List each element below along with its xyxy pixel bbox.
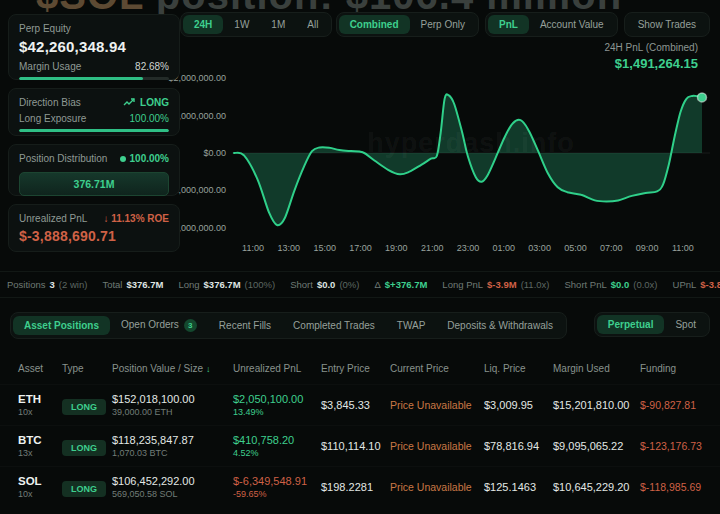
long-badge: LONG — [62, 440, 106, 456]
long-badge: LONG — [62, 399, 106, 415]
view-toggle-perp-only[interactable]: Perp Only — [410, 15, 476, 34]
section-tabs: Asset PositionsOpen Orders3Recent FillsC… — [10, 312, 567, 339]
liq-price-cell: $3,009.95 — [484, 399, 553, 411]
asset-cell: SOL10x — [18, 475, 62, 499]
roe-value: ↓ 11.13% ROE — [103, 213, 169, 224]
positions-summary-bar: Positions3(2 win)Total$376.7MLong$376.7M… — [0, 271, 720, 298]
timeframe-all[interactable]: All — [296, 15, 329, 34]
column-header-margin-used[interactable]: Margin Used — [553, 363, 640, 374]
distribution-bar-value: 376.71M — [74, 178, 115, 190]
summary-stat-total: Total$376.7M — [102, 279, 163, 290]
tab-deposits-withdrawals[interactable]: Deposits & Withdrawals — [436, 316, 564, 335]
timeframe-24h[interactable]: 24H — [183, 15, 223, 34]
tab-completed-trades[interactable]: Completed Trades — [282, 316, 386, 335]
summary-stat-short: Short$0.0(0%) — [290, 279, 359, 290]
x-tick-label: 07:00 — [600, 243, 623, 253]
unrealized-pnl-cell: $2,050,100.0013.49% — [233, 393, 321, 417]
entry-price-cell: $3,845.33 — [321, 399, 390, 411]
position-value-cell: $152,018,100.0039,000.00 ETH — [112, 393, 233, 417]
view-toggle-group: CombinedPerp Only — [336, 12, 479, 37]
x-tick-label: 13:00 — [278, 243, 301, 253]
long-badge: LONG — [62, 481, 106, 497]
view-toggle-groups: CombinedPerp OnlyPnLAccount ValueShow Tr… — [336, 12, 710, 37]
margin-usage-label: Margin Usage — [19, 61, 81, 72]
position-row-eth[interactable]: ETH10xLONG$152,018,100.0039,000.00 ETH$2… — [0, 384, 720, 425]
tab-open-orders[interactable]: Open Orders3 — [110, 315, 208, 336]
column-header-liq-price[interactable]: Liq. Price — [484, 363, 553, 374]
x-tick-label: 05:00 — [564, 243, 587, 253]
market-toggle: PerpetualSpot — [594, 312, 710, 337]
entry-price-cell: $198.2281 — [321, 481, 390, 493]
last-point-marker — [698, 93, 707, 102]
column-header-type[interactable]: Type — [62, 363, 112, 374]
chart-title-label: 24H PnL (Combined) — [604, 42, 698, 53]
direction-bias-label: Direction Bias — [19, 97, 81, 108]
timeframe-1m[interactable]: 1M — [260, 15, 296, 34]
margin-used-cell: $10,645,229.20 — [553, 481, 640, 493]
x-tick-label: 11:00 — [242, 243, 264, 253]
x-tick-label: 21:00 — [421, 243, 444, 253]
current-price-cell: Price Unavailable — [390, 481, 484, 493]
view-toggle-group: Show Trades — [624, 12, 710, 37]
sort-desc-icon: ↓ — [206, 364, 211, 374]
x-tick-label: 11:00 — [672, 243, 694, 253]
trend-up-icon — [123, 98, 136, 107]
current-price-cell: Price Unavailable — [390, 399, 484, 411]
funding-cell: $-90,827.81 — [640, 399, 720, 411]
view-toggle-show-trades[interactable]: Show Trades — [627, 15, 707, 34]
view-toggle-combined[interactable]: Combined — [339, 15, 410, 34]
unrealized-pnl-cell: $-6,349,548.91-59.65% — [233, 475, 321, 499]
asset-cell: ETH10x — [18, 393, 62, 417]
column-header-asset[interactable]: Asset — [18, 363, 62, 374]
position-row-sol[interactable]: SOL10xLONG$106,452,292.00569,050.58 SOL$… — [0, 466, 720, 507]
summary-stat-short-pnl: Short PnL$0.0(0.0x) — [565, 279, 658, 290]
summary-stat-long-pnl: Long PnL$-3.9M(11.0x) — [442, 279, 549, 290]
market-perpetual[interactable]: Perpetual — [597, 315, 665, 334]
position-row-btc[interactable]: BTC13xLONG$118,235,847.871,070.03 BTC$41… — [0, 425, 720, 466]
summary-stat-upnl: UPnL$-3.8M(67% win) — [673, 279, 720, 290]
position-distribution-label: Position Distribution — [19, 153, 107, 164]
column-header-funding[interactable]: Funding — [640, 363, 720, 374]
tab-recent-fills[interactable]: Recent Fills — [208, 316, 282, 335]
x-tick-label: 19:00 — [385, 243, 408, 253]
market-spot[interactable]: Spot — [664, 315, 707, 334]
direction-bias-value: LONG — [140, 97, 169, 108]
liq-price-cell: $125.1463 — [484, 481, 553, 493]
column-header-current-price[interactable]: Current Price — [390, 363, 484, 374]
tab-twap[interactable]: TWAP — [386, 316, 437, 335]
view-toggle-group: PnLAccount Value — [485, 12, 618, 37]
view-toggle-account-value[interactable]: Account Value — [529, 15, 615, 34]
x-tick-label: 15:00 — [313, 243, 336, 253]
unrealized-pnl-value: $-3,888,690.71 — [19, 228, 169, 244]
timeframe-1w[interactable]: 1W — [223, 15, 260, 34]
direction-bias-card: Direction Bias LONG Long Exposure 100.00… — [8, 88, 180, 136]
margin-usage-pct: 82.68% — [135, 61, 169, 72]
chart-title-value: $1,491,264.15 — [604, 56, 698, 71]
unrealized-pnl-card: Unrealized PnL ↓ 11.13% ROE $-3,888,690.… — [8, 204, 180, 252]
column-header-unrealized-pnl[interactable]: Unrealized PnL — [233, 363, 321, 374]
perp-equity-card: Perp Equity $42,260,348.94 Margin Usage … — [8, 14, 180, 80]
position-value-cell: $118,235,847.871,070.03 BTC — [112, 434, 233, 458]
funding-cell: $-123,176.73 — [640, 440, 720, 452]
current-price-cell: Price Unavailable — [390, 440, 484, 452]
margin-usage-bar — [19, 77, 169, 80]
unrealized-pnl-label: Unrealized PnL — [19, 213, 87, 224]
column-header-position-value-size[interactable]: Position Value / Size↓ — [112, 363, 233, 374]
column-header-entry-price[interactable]: Entry Price — [321, 363, 390, 374]
position-value-cell: $106,452,292.00569,050.58 SOL — [112, 475, 233, 499]
distribution-bar[interactable]: 376.71M — [19, 172, 169, 196]
chart-x-axis: 11:0013:0015:0017:0019:0021:0023:0001:00… — [232, 243, 710, 255]
asset-cell: BTC13x — [18, 434, 62, 458]
perp-equity-value: $42,260,348.94 — [19, 38, 169, 55]
tab-asset-positions[interactable]: Asset Positions — [13, 316, 110, 335]
x-tick-label: 01:00 — [493, 243, 516, 253]
margin-used-cell: $15,201,810.00 — [553, 399, 640, 411]
summary-stat-long: Long$376.7M(100%) — [178, 279, 275, 290]
funding-cell: $-118,985.69 — [640, 481, 720, 493]
pnl-area-chart[interactable] — [232, 64, 710, 242]
view-toggle-pnl[interactable]: PnL — [488, 15, 529, 34]
long-exposure-bar — [19, 129, 169, 132]
chart-title-block: 24H PnL (Combined) $1,491,264.15 — [604, 42, 698, 71]
position-distribution-pct: 100.00% — [130, 153, 169, 164]
summary-stat-positions: Positions3(2 win) — [7, 279, 87, 290]
